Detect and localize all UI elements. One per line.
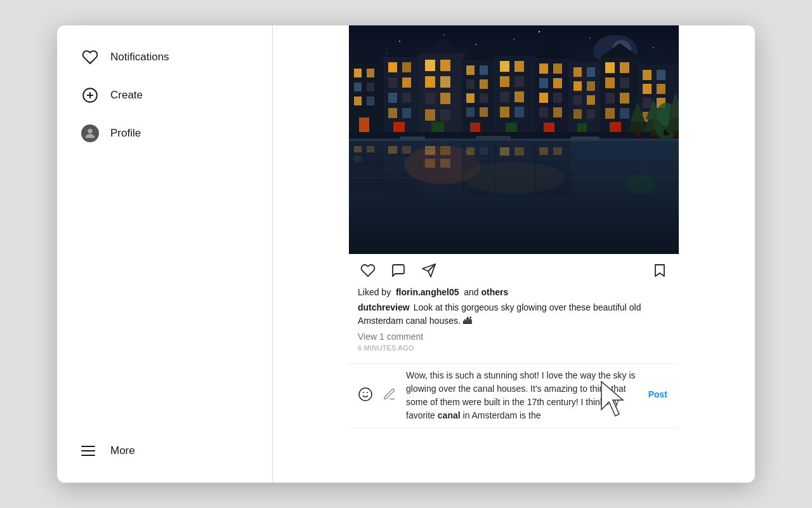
comment-text-content: Wow, this is such a stunning shot! I lov… [406, 370, 636, 420]
svg-rect-109 [643, 98, 652, 108]
hamburger-icon [81, 442, 99, 460]
svg-point-7 [399, 41, 400, 42]
like-button[interactable] [358, 260, 378, 281]
svg-rect-102 [610, 122, 621, 133]
svg-rect-163 [476, 136, 511, 140]
svg-point-168 [359, 388, 372, 401]
post-comment-button[interactable]: Post [646, 387, 670, 402]
sidebar: Notifications Create [57, 25, 273, 483]
save-button[interactable] [650, 260, 670, 281]
sidebar-item-notifications[interactable]: Notifications [63, 39, 266, 75]
svg-rect-23 [367, 97, 374, 105]
svg-rect-55 [480, 93, 488, 103]
svg-rect-28 [388, 62, 397, 72]
post-image [349, 25, 679, 254]
likes-text: Liked by florin.anghel05 and others [358, 287, 670, 297]
liked-by-others[interactable]: others [481, 287, 509, 297]
svg-point-3 [88, 129, 92, 133]
svg-rect-54 [466, 93, 475, 103]
emoji-button[interactable] [358, 387, 373, 402]
svg-point-149 [625, 175, 657, 194]
svg-rect-68 [514, 107, 524, 117]
svg-rect-64 [514, 76, 524, 87]
svg-rect-99 [620, 93, 629, 104]
svg-rect-18 [354, 69, 362, 77]
svg-rect-105 [643, 70, 652, 80]
svg-rect-144 [500, 147, 509, 156]
svg-rect-35 [402, 108, 411, 118]
plus-circle-icon [81, 86, 99, 104]
svg-rect-58 [470, 123, 480, 133]
svg-rect-52 [466, 79, 475, 89]
svg-rect-85 [573, 81, 582, 91]
sidebar-item-more[interactable]: More [63, 433, 266, 469]
svg-rect-161 [673, 130, 678, 137]
svg-point-10 [539, 31, 540, 32]
svg-rect-32 [388, 93, 397, 103]
svg-point-12 [653, 47, 654, 48]
svg-rect-34 [388, 108, 397, 118]
comment-input[interactable]: Wow, this is such a stunning shot! I lov… [406, 369, 638, 420]
svg-rect-33 [402, 93, 411, 103]
svg-rect-95 [620, 62, 629, 73]
svg-rect-142 [480, 147, 488, 155]
svg-rect-39 [425, 60, 435, 71]
svg-rect-69 [506, 123, 517, 133]
comment-button[interactable] [388, 260, 409, 281]
svg-rect-20 [354, 83, 362, 91]
svg-point-8 [443, 34, 445, 36]
post-card: Liked by florin.anghel05 and others dutc… [349, 25, 679, 428]
svg-rect-75 [553, 78, 562, 88]
post-actions-right [650, 260, 670, 281]
main-content: Liked by florin.anghel05 and others dutc… [273, 25, 755, 483]
svg-rect-31 [402, 77, 411, 88]
svg-rect-152 [635, 130, 640, 137]
svg-rect-77 [553, 93, 562, 103]
svg-rect-78 [539, 107, 548, 117]
view-comments-link[interactable]: View 1 comment [358, 331, 670, 342]
svg-rect-50 [466, 65, 475, 75]
profile-avatar-icon [81, 124, 99, 142]
svg-rect-24 [359, 117, 369, 133]
create-label: Create [110, 89, 143, 102]
svg-rect-89 [573, 109, 582, 119]
svg-rect-115 [349, 138, 679, 141]
svg-rect-121 [388, 146, 397, 154]
post-username[interactable]: dutchreview [358, 302, 410, 312]
sidebar-item-profile[interactable]: Profile [63, 116, 266, 151]
svg-rect-22 [354, 97, 362, 105]
svg-rect-67 [500, 107, 509, 117]
svg-rect-45 [425, 109, 435, 121]
comment-area: Wow, this is such a stunning shot! I lov… [349, 363, 679, 427]
svg-rect-61 [500, 61, 509, 72]
svg-rect-51 [480, 65, 488, 75]
svg-rect-91 [577, 123, 587, 133]
svg-point-13 [386, 53, 388, 55]
svg-rect-83 [573, 67, 582, 77]
svg-rect-21 [367, 83, 374, 91]
svg-rect-29 [402, 62, 411, 72]
svg-rect-141 [466, 147, 475, 155]
svg-marker-167 [655, 265, 664, 276]
liked-by-connector: and [464, 287, 478, 297]
svg-rect-76 [539, 93, 548, 103]
svg-rect-66 [514, 91, 524, 102]
svg-rect-96 [605, 77, 615, 88]
share-button[interactable] [419, 260, 439, 281]
svg-rect-63 [500, 76, 509, 87]
more-label: More [110, 444, 135, 457]
svg-point-11 [589, 37, 591, 39]
svg-rect-42 [440, 76, 450, 88]
svg-rect-73 [553, 64, 562, 74]
svg-rect-86 [587, 81, 595, 91]
svg-rect-19 [367, 69, 374, 77]
sidebar-bottom: More [57, 432, 272, 470]
comment-highlight: canal [438, 410, 461, 420]
svg-rect-147 [539, 147, 548, 155]
sidebar-item-create[interactable]: Create [63, 77, 266, 113]
liked-by-prefix: Liked by [358, 287, 391, 297]
svg-rect-79 [553, 107, 562, 117]
svg-rect-108 [657, 84, 665, 94]
liked-by-user1[interactable]: florin.anghel05 [396, 287, 459, 297]
svg-rect-88 [587, 95, 595, 105]
